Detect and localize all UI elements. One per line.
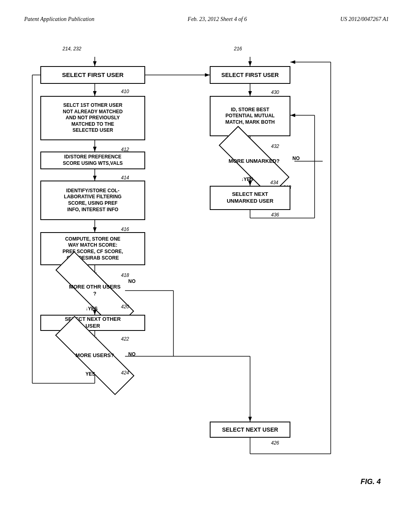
more-users-diamond: MORE USERS? <box>52 342 137 369</box>
select-next-user-text: SELECT NEXT USER <box>222 426 278 433</box>
figure-label: FIG. 4 <box>361 478 381 486</box>
diagram-area: 214, 232 216 SELECT FIRST USER 410 SELCT… <box>0 35 413 510</box>
select-first-user-left: SELECT FIRST USER <box>40 66 145 84</box>
label-430: 430 <box>271 89 279 95</box>
yes-label-2: YES <box>86 371 95 377</box>
more-othr-users-text: MORE OTHR USERS? <box>69 284 121 297</box>
more-othr-users-diamond: MORE OTHR USERS? <box>52 277 137 304</box>
identify-store-col-text: IDENTIFY/STORE COL-LABORATIVE FILTERINGS… <box>64 188 122 213</box>
label-422: 422 <box>121 336 129 342</box>
identify-store-col: IDENTIFY/STORE COL-LABORATIVE FILTERINGS… <box>40 181 145 220</box>
id-store-pref-text: ID/STORE PREFERENCESCORE USING WTS,VALS <box>63 154 123 166</box>
select-next-other-user: SELECT NEXT OTHERUSER <box>40 315 145 331</box>
id-store-best: ID, STORE BESTPOTENTIAL MUTUALMATCH, MAR… <box>210 96 290 136</box>
select-first-user-right: SELECT FIRST USER <box>210 66 290 84</box>
yes-label-1: ↓YES <box>86 306 98 312</box>
page: Patent Application Publication Feb. 23, … <box>0 0 413 532</box>
header-center: Feb. 23, 2012 Sheet 4 of 6 <box>188 16 247 23</box>
page-header: Patent Application Publication Feb. 23, … <box>0 0 413 31</box>
ref-label-216: 216 <box>234 46 242 52</box>
yes-label-3: ↓YES <box>241 177 253 182</box>
more-users-text: MORE USERS? <box>75 352 114 359</box>
label-426: 426 <box>271 440 279 446</box>
no-label-2: NO <box>128 351 136 357</box>
label-410: 410 <box>121 89 129 94</box>
id-store-preference: ID/STORE PREFERENCESCORE USING WTS,VALS <box>40 152 145 169</box>
label-424: 424 <box>121 370 129 376</box>
label-434: 434 <box>270 180 278 185</box>
label-416: 416 <box>121 227 129 232</box>
label-436: 436 <box>271 212 279 218</box>
more-unmarked-text: MORE UNMARKED? <box>229 158 280 165</box>
selct-1st-other-user: SELCT 1ST OTHER USERNOT ALREADY MATCHEDA… <box>40 96 145 140</box>
selct-1st-other-user-text: SELCT 1ST OTHER USERNOT ALREADY MATCHEDA… <box>63 102 123 134</box>
more-unmarked-diamond: MORE UNMARKED? <box>218 148 290 175</box>
header-left: Patent Application Publication <box>24 16 94 23</box>
select-next-unmarked-user: SELECT NEXTUNMARKED USER <box>210 186 290 210</box>
label-414: 414 <box>121 175 129 181</box>
id-store-best-text: ID, STORE BESTPOTENTIAL MUTUALMATCH, MAR… <box>225 107 275 126</box>
label-420: 420 <box>121 304 129 310</box>
select-next-unmarked-text: SELECT NEXTUNMARKED USER <box>227 191 273 205</box>
header-right: US 2012/0047267 A1 <box>340 16 389 23</box>
no-label-3: NO <box>292 156 300 161</box>
select-next-user: SELECT NEXT USER <box>210 422 290 438</box>
compute-store-one-way: COMPUTE, STORE ONEWAY MATCH SCORE:PREF S… <box>40 232 145 265</box>
ref-label-214-232: 214, 232 <box>63 46 81 52</box>
